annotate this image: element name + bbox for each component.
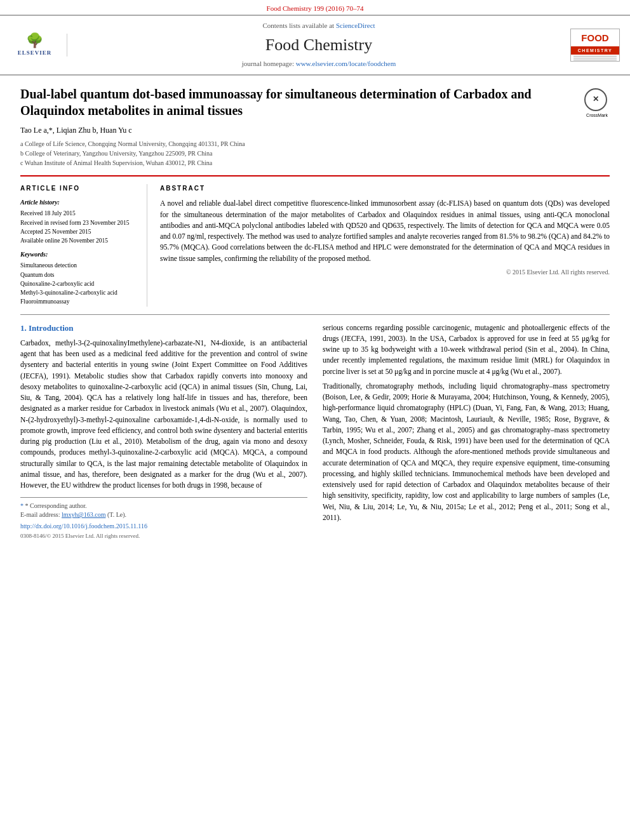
food-chemistry-badge: FOOD CHEMISTRY [570,29,620,62]
journal-header: 🌳 ELSEVIER Contents lists available at S… [0,15,630,75]
copyright-line: © 2015 Elsevier Ltd. All rights reserved… [160,268,610,277]
sciencedirect-link[interactable]: ScienceDirect [336,22,375,29]
elsevier-logo: 🌳 ELSEVIER [10,34,67,57]
journal-reference: Food Chemistry 199 (2016) 70–74 [0,0,630,15]
received-date: Received 18 July 2015 [20,209,138,218]
revised-date: Received in revised form 23 November 201… [20,218,138,227]
crossmark-label: CrossMark [584,112,610,119]
badge-decoration [571,55,619,61]
affiliation-b: b College of Veterinary, Yangzhou Univer… [20,149,577,158]
body-right-col: serious concerns regarding possible carc… [323,323,610,540]
journal-homepage: journal homepage: www.elsevier.com/locat… [77,59,560,69]
article-info-label: ARTICLE INFO [20,184,138,193]
homepage-url[interactable]: www.elsevier.com/locate/foodchem [296,60,396,67]
footnote-corresponding: * * Corresponding author. [20,502,307,510]
abstract-text: A novel and reliable dual-label direct c… [160,198,610,264]
keyword-0: Simultaneous detection [20,261,138,270]
abstract-col: ABSTRACT A novel and reliable dual-label… [160,184,610,306]
affiliation-a: a College of Life Science, Chongqing Nor… [20,139,577,149]
authors-line: Tao Le a,*, Liqian Zhu b, Huan Yu c [20,125,577,136]
article-title-section: Dual-label quantum dot-based immunoassay… [20,86,610,177]
article-history: Article history: Received 18 July 2015 R… [20,198,138,245]
journal-center: Contents lists available at ScienceDirec… [77,21,560,69]
keywords-section: Keywords: Simultaneous detection Quantum… [20,250,138,306]
affiliations: a College of Life Science, Chongqing Nor… [20,139,577,168]
footnote-email: E-mail address: lmxyh@163.com (T. Le). [20,510,307,519]
body-left-col: 1. Introduction Carbadox, methyl-3-(2-qu… [20,323,307,540]
available-date: Available online 26 November 2015 [20,236,138,245]
keywords-label: Keywords: [20,250,138,259]
affiliation-c: c Wuhan Institute of Animal Health Super… [20,158,577,168]
article-title: Dual-label quantum dot-based immunoassay… [20,86,577,119]
crossmark-icon: ✕ [584,88,607,111]
doi-line[interactable]: http://dx.doi.org/10.1016/j.foodchem.201… [20,522,307,531]
body-content: 1. Introduction Carbadox, methyl-3-(2-qu… [20,323,610,540]
intro-heading: 1. Introduction [20,323,307,334]
keyword-2: Quinoxaline-2-carboxylic acid [20,279,138,288]
email-link[interactable]: lmxyh@163.com [62,511,105,518]
journal-title: Food Chemistry [77,34,560,57]
footnote: * * Corresponding author. E-mail address… [20,497,307,540]
sciencedirect-line: Contents lists available at ScienceDirec… [77,21,560,30]
elsevier-label: ELSEVIER [18,49,52,57]
badge-food-text: FOOD [571,29,619,46]
article-body: Dual-label quantum dot-based immunoassay… [0,76,630,550]
body-paragraph-right-0: serious concerns regarding possible carc… [323,323,610,377]
keyword-1: Quantum dots [20,270,138,279]
issn-line: 0308-8146/© 2015 Elsevier Ltd. All right… [20,532,307,540]
elsevier-tree-icon: 🌳 [26,34,43,48]
body-paragraph-right-1: Traditionally, chromatography methods, i… [323,381,610,523]
accepted-date: Accepted 25 November 2015 [20,227,138,236]
keyword-4: Fluoroimmunoassay [20,297,138,306]
article-info-abstract: ARTICLE INFO Article history: Received 1… [20,184,610,306]
abstract-label: ABSTRACT [160,184,610,193]
section-divider [20,314,610,315]
history-label: Article history: [20,198,138,207]
body-paragraph-0: Carbadox, methyl-3-(2-quinoxalinyImethyl… [20,338,307,491]
article-info-col: ARTICLE INFO Article history: Received 1… [20,184,147,306]
keyword-3: Methyl-3-quinoxaline-2-carboxylic acid [20,288,138,297]
article-title-area: Dual-label quantum dot-based immunoassay… [20,86,577,168]
crossmark-badge: ✕ CrossMark [584,88,610,119]
badge-chemistry-text: CHEMISTRY [571,46,619,55]
